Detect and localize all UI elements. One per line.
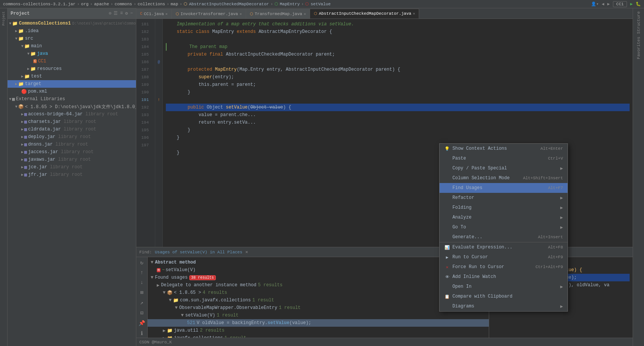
result-found-usages[interactable]: ▼ Found usages 38 results bbox=[148, 274, 489, 281]
debug-button[interactable]: 🐛 bbox=[636, 2, 641, 6]
menu-analyze[interactable]: Analyze ▶ bbox=[440, 213, 568, 222]
down-tool[interactable]: ↓ bbox=[139, 279, 144, 286]
extlibs-icon: ▦ bbox=[12, 96, 15, 102]
result-observable[interactable]: ▼ ObservableMapWrapper.ObservableEntry 1… bbox=[148, 304, 489, 312]
src-arrow: ▼ bbox=[15, 37, 17, 41]
result-jdk[interactable]: ▼ 📦 < 1.8.65 > 4 results bbox=[148, 289, 489, 296]
tree-target[interactable]: ▶ 📁 target bbox=[8, 80, 136, 88]
code-line-191: public Object setValue(Object value) { bbox=[166, 104, 630, 111]
back-icon[interactable]: ◀ bbox=[602, 2, 604, 6]
tree-root[interactable]: ▼ 📁 CommonsCollections1 D:\notes\java\pr… bbox=[8, 20, 136, 27]
code-line-189: } bbox=[166, 88, 630, 96]
menu-generate[interactable]: Generate... Alt+Insert bbox=[440, 232, 568, 242]
top-bar-controls: 👤▾ ◀ ▶ CC1 ▶ 🐛 bbox=[591, 1, 641, 7]
tree-cc1[interactable]: C CC1 bbox=[8, 57, 136, 65]
menu-evaluate[interactable]: 📊 Evaluate Expression... Alt+F8 bbox=[440, 242, 568, 252]
com-sun-label: com.sun.javafx.collections bbox=[180, 298, 251, 303]
tree-src[interactable]: ▼ 📁 src bbox=[8, 35, 136, 42]
tab-invoker-close[interactable]: ✕ bbox=[240, 12, 242, 16]
tab-cc1[interactable]: C CC1.java ✕ bbox=[136, 9, 172, 19]
export-tool[interactable]: ↗ bbox=[139, 299, 144, 307]
menu-refactor[interactable]: Refactor ▶ bbox=[440, 193, 568, 203]
tree-idea[interactable]: ▶ 📁 .idea bbox=[8, 27, 136, 35]
menu-add-inline-watch[interactable]: 👁 Add Inline Watch bbox=[440, 272, 568, 282]
result-java-util[interactable]: ▶ 📁 java.util 2 results bbox=[148, 327, 489, 334]
setvalue-leaf-label2: setValue(V) bbox=[185, 313, 215, 318]
project-gear-icon[interactable]: ⚙ bbox=[125, 11, 128, 16]
up-tool[interactable]: ↑ bbox=[139, 269, 144, 276]
menu-copy-paste[interactable]: Copy / Paste Special ▶ bbox=[440, 163, 568, 173]
tree-test[interactable]: ▶ 📁 test bbox=[8, 73, 136, 80]
find-close[interactable]: ✕ bbox=[245, 249, 248, 255]
tree-jar-access[interactable]: ▶ ▦ access-bridge-64.jar library root bbox=[8, 110, 136, 118]
filter-tool[interactable]: ⊡ bbox=[139, 309, 144, 317]
menu-compare-clipboard[interactable]: 📋 Compare with Clipboard bbox=[440, 292, 568, 301]
menu-open-in[interactable]: Open In ▶ bbox=[440, 282, 568, 292]
tree-jar-jaccess[interactable]: ▶ ▦ jaccess.jar library root bbox=[8, 148, 136, 156]
result-setvalue[interactable]: m ~ setValue(V) bbox=[148, 266, 489, 274]
tab-invoker[interactable]: ⬡ InvokerTransformer.java ✕ bbox=[172, 9, 246, 19]
config-dropdown[interactable]: CC1 bbox=[613, 1, 627, 7]
test-folder-icon: 📁 bbox=[24, 74, 30, 79]
tree-jdk[interactable]: ▼ 📦 < 1.8.65 > D:\notes\java\jdk文件\jdk1.… bbox=[8, 103, 136, 110]
group-tool[interactable]: ⊞ bbox=[139, 289, 144, 296]
resources-label: resources bbox=[37, 66, 62, 71]
pin-tool[interactable]: 📌 bbox=[138, 319, 146, 327]
result-abstract-method[interactable]: ▼ Abstract method bbox=[148, 259, 489, 266]
tree-jar-charsets[interactable]: ▶ ▦ charsets.jar library root bbox=[8, 118, 136, 126]
result-javafx[interactable]: ▶ 📁 javafx.collections 1 result bbox=[148, 334, 489, 338]
tree-jar-jce[interactable]: ▶ ▦ jce.jar library root bbox=[8, 163, 136, 171]
project-settings-icon[interactable]: ≡ bbox=[120, 11, 123, 16]
jdk-result-count: 4 results bbox=[203, 290, 227, 295]
tree-jar-cldrdata[interactable]: ▶ ▦ cldrdata.jar library root bbox=[8, 126, 136, 133]
project-tab-button[interactable]: Project bbox=[1, 10, 6, 27]
menu-run-cursor[interactable]: ▶ Run to Cursor Alt+F9 bbox=[440, 252, 568, 262]
favorites-tool[interactable]: Favorites bbox=[636, 35, 642, 61]
result-delegate[interactable]: ▶ Delegate to another instance method 5 … bbox=[148, 281, 489, 289]
tree-jar-deploy[interactable]: ▶ ▦ deploy.jar library root bbox=[8, 133, 136, 141]
menu-force-run[interactable]: ✕ Force Run to Cursor Ctrl+Alt+F9 bbox=[440, 262, 568, 272]
result-setvalue-leaf[interactable]: ▼ setValue(V) 1 result bbox=[148, 312, 489, 319]
structure-tool[interactable]: Structure bbox=[636, 10, 642, 35]
tree-jar-javaws[interactable]: ▶ ▦ javaws.jar library root bbox=[8, 156, 136, 163]
tab-transformed-close[interactable]: ✕ bbox=[304, 12, 306, 16]
tree-main[interactable]: ▼ 📁 main bbox=[8, 42, 136, 50]
menu-folding[interactable]: Folding ▶ bbox=[440, 203, 568, 213]
status-bar: CSDN @Mauro_K bbox=[136, 338, 633, 346]
tree-jar-jfr[interactable]: ▶ ▦ jfr.jar library root bbox=[8, 171, 136, 178]
menu-goto[interactable]: Go To ▶ bbox=[440, 222, 568, 232]
run-button[interactable]: ▶ bbox=[630, 2, 633, 6]
menu-column-sel[interactable]: Column Selection Mode Alt+Shift+Insert bbox=[440, 173, 568, 183]
result-com-sun[interactable]: ▼ 📁 com.sun.javafx.collections 1 result bbox=[148, 296, 489, 304]
tab-abstract-close[interactable]: ✕ bbox=[413, 11, 415, 16]
tab-transformed[interactable]: ⬡ TransformedMap.java ✕ bbox=[246, 9, 310, 19]
info-tool[interactable]: ℹ bbox=[140, 329, 143, 337]
tree-resources[interactable]: ▶ 📁 resources bbox=[8, 65, 136, 73]
project-sync-icon[interactable]: ⊙ bbox=[109, 11, 111, 16]
menu-show-context-shortcut: Alt+Enter bbox=[541, 146, 563, 151]
result-line-521[interactable]: 521 V oldValue = backingEntry.setValue(v… bbox=[148, 319, 489, 327]
menu-find-usages[interactable]: Find Usages Alt+F7 bbox=[440, 183, 568, 193]
tree-pom[interactable]: 🔴 pom.xml bbox=[8, 88, 136, 95]
menu-paste-shortcut: Ctrl+V bbox=[548, 156, 563, 161]
tree-extlibs[interactable]: ▼ ▦ External Libraries bbox=[8, 95, 136, 103]
tree-jar-dnsns[interactable]: ▶ ▦ dnsns.jar library root bbox=[8, 141, 136, 148]
tab-cc1-close[interactable]: ✕ bbox=[165, 12, 168, 16]
menu-evaluate-label: Evaluate Expression... bbox=[452, 245, 512, 250]
menu-show-context[interactable]: 💡 Show Context Actions Alt+Enter bbox=[440, 144, 568, 154]
tree-java[interactable]: ▼ 📁 java bbox=[8, 50, 136, 57]
project-close-icon[interactable]: − bbox=[130, 11, 133, 16]
menu-copy-paste-arrow: ▶ bbox=[560, 166, 563, 171]
run-cursor-icon: ▶ bbox=[444, 255, 450, 260]
tab-abstract[interactable]: ⬡ AbstractInputCheckedMapDecorator.java … bbox=[310, 9, 419, 19]
refresh-tool[interactable]: ↻ bbox=[139, 259, 144, 267]
root-folder-icon: 📁 bbox=[12, 21, 18, 26]
forward-icon[interactable]: ▶ bbox=[607, 2, 610, 6]
jar-dnsns-label: dnsns.jar library root bbox=[28, 142, 88, 147]
gutter-192 bbox=[155, 104, 162, 111]
menu-diagrams[interactable]: Diagrams ▶ bbox=[440, 301, 568, 311]
results-tree[interactable]: ▼ Abstract method m ~ setValue(V) ▼ Foun… bbox=[148, 257, 489, 338]
code-line-187: super(entry); bbox=[166, 73, 630, 81]
project-expand-icon[interactable]: ☰ bbox=[114, 11, 118, 16]
menu-paste[interactable]: Paste Ctrl+V bbox=[440, 154, 568, 163]
